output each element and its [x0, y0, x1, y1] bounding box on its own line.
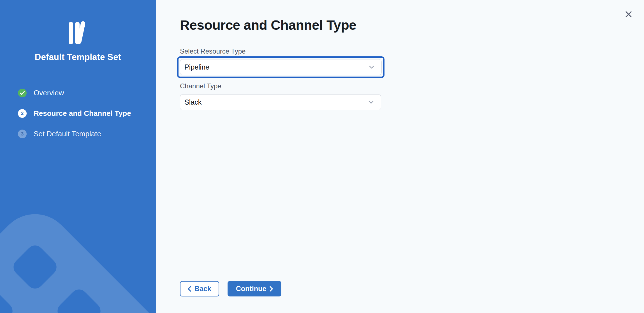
chevron-down-icon: [369, 66, 374, 69]
step-label: Set Default Template: [34, 130, 101, 138]
wizard-sidebar: Default Template Set Overview 2 Resource…: [0, 0, 156, 313]
back-button[interactable]: Back: [180, 281, 219, 296]
step-label: Overview: [34, 89, 64, 97]
step-set-default-template: 3 Set Default Template: [18, 130, 156, 138]
chevron-right-icon: [270, 286, 273, 292]
channel-type-label: Channel Type: [180, 82, 644, 90]
step-number-badge: 3: [18, 130, 27, 138]
step-label: Resource and Channel Type: [34, 109, 131, 118]
chevron-left-icon: [188, 286, 191, 292]
page-title: Resource and Channel Type: [180, 17, 644, 33]
resource-type-value: Pipeline: [184, 63, 209, 71]
chevron-down-icon: [369, 101, 374, 104]
step-complete-check-icon: [18, 89, 27, 97]
continue-button[interactable]: Continue: [228, 281, 281, 296]
wizard-footer: Back Continue: [180, 281, 281, 296]
step-number-badge: 2: [18, 109, 27, 118]
continue-button-label: Continue: [236, 285, 266, 293]
resource-type-focus-ring: Pipeline: [177, 56, 384, 78]
resource-type-label: Select Resource Type: [180, 47, 644, 56]
leaning-books-logo-icon: [67, 21, 89, 46]
close-icon: [625, 11, 632, 18]
close-button[interactable]: [624, 10, 633, 19]
back-button-label: Back: [194, 285, 211, 293]
step-resource-and-channel-type[interactable]: 2 Resource and Channel Type: [18, 109, 156, 118]
wizard-title: Default Template Set: [0, 52, 156, 62]
wizard-content-panel: Resource and Channel Type Select Resourc…: [156, 0, 644, 313]
wizard-steps: Overview 2 Resource and Channel Type 3 S…: [0, 89, 156, 138]
step-overview[interactable]: Overview: [18, 89, 156, 97]
channel-type-select[interactable]: Slack: [180, 94, 381, 110]
channel-type-value: Slack: [184, 98, 201, 106]
resource-type-select[interactable]: Pipeline: [180, 59, 382, 75]
